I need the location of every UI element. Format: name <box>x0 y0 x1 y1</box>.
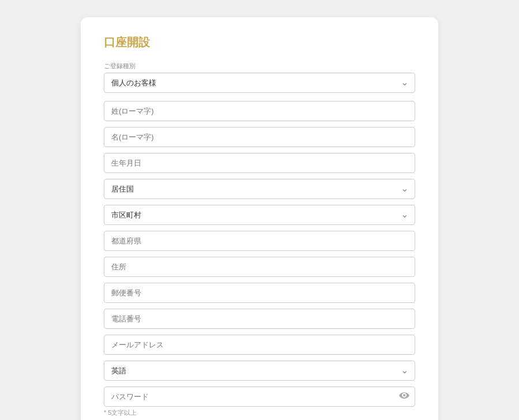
phone-input[interactable] <box>104 309 415 329</box>
residence-country-select-wrapper: 居住国 <box>104 179 415 199</box>
birthday-input[interactable] <box>104 153 415 173</box>
registration-type-group: ご登録種別 個人のお客様 法人のお客様 <box>104 62 415 93</box>
first-name-roman-group <box>104 127 415 147</box>
first-name-roman-input[interactable] <box>104 127 415 147</box>
phone-group <box>104 309 415 329</box>
last-name-roman-input[interactable] <box>104 101 415 121</box>
postal-code-input[interactable] <box>104 283 415 303</box>
email-group <box>104 335 415 355</box>
address-group <box>104 257 415 277</box>
city-select-wrapper: 市区町村 <box>104 205 415 225</box>
language-select[interactable]: 英語 日本語 <box>104 361 415 381</box>
password-input[interactable] <box>104 387 415 407</box>
address-input[interactable] <box>104 257 415 277</box>
prefecture-group <box>104 231 415 251</box>
page-title: 口座開設 <box>104 35 415 50</box>
page-wrapper: 口座開設 ご登録種別 個人のお客様 法人のお客様 <box>12 12 507 420</box>
language-select-wrapper: 英語 日本語 <box>104 361 415 381</box>
birthday-group <box>104 153 415 173</box>
postal-code-group <box>104 283 415 303</box>
prefecture-input[interactable] <box>104 231 415 251</box>
registration-type-label: ご登録種別 <box>104 62 415 70</box>
registration-type-select[interactable]: 個人のお客様 法人のお客様 <box>104 73 415 93</box>
city-group: 市区町村 <box>104 205 415 225</box>
registration-type-select-wrapper: 個人のお客様 法人のお客様 <box>104 73 415 93</box>
residence-country-group: 居住国 <box>104 179 415 199</box>
language-group: 英語 日本語 <box>104 361 415 381</box>
password-group: * 5文字以上 <box>104 387 415 417</box>
last-name-roman-group <box>104 101 415 121</box>
email-input[interactable] <box>104 335 415 355</box>
password-toggle-icon[interactable] <box>399 392 409 402</box>
password-wrapper <box>104 387 415 407</box>
city-select[interactable]: 市区町村 <box>104 205 415 225</box>
password-hint: * 5文字以上 <box>104 408 415 417</box>
account-opening-card: 口座開設 ご登録種別 個人のお客様 法人のお客様 <box>81 17 438 420</box>
residence-country-select[interactable]: 居住国 <box>104 179 415 199</box>
